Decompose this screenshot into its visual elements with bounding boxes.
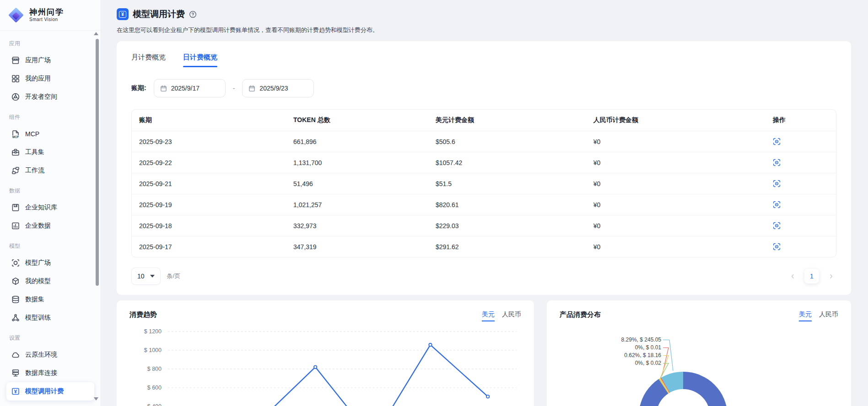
billing-icon bbox=[11, 387, 20, 396]
page-description: 在这里您可以看到企业租户下的模型调用计费账单情况，查看不同账期的计费趋势和模型计… bbox=[117, 26, 851, 34]
period-filter-label: 账期: bbox=[131, 84, 146, 92]
end-date-input[interactable]: 2025/9/23 bbox=[242, 79, 314, 97]
charts-row: 消费趋势 美元人民币 $ 1200$ 1000$ 800$ 600$ 400$ … bbox=[117, 300, 851, 406]
cell-tokens: 51,496 bbox=[286, 180, 428, 187]
knowledge-book-icon bbox=[11, 203, 20, 212]
billing-period-filter: 账期: 2025/9/17 - 2025/9/23 bbox=[131, 79, 836, 97]
chevron-down-icon bbox=[150, 275, 155, 278]
column-header: 账期 bbox=[132, 116, 286, 124]
sidebar-section-label: 数据 bbox=[9, 187, 92, 195]
cell-usd: $51.5 bbox=[428, 180, 586, 187]
distribution-donut-chart[interactable]: 8.29%, $ 245.050%, $ 0.010.62%, $ 18.160… bbox=[560, 322, 838, 406]
compass-wheel-icon bbox=[11, 92, 20, 102]
cell-tokens: 347,319 bbox=[286, 243, 428, 251]
svg-text:$ 1200: $ 1200 bbox=[144, 328, 162, 335]
trend-chart-title: 消费趋势 bbox=[129, 310, 157, 319]
view-detail-icon bbox=[773, 243, 781, 251]
currency-option-cny[interactable]: 人民币 bbox=[819, 310, 838, 321]
sidebar-item-knowledge-base[interactable]: 企业知识库 bbox=[6, 198, 94, 217]
cube-icon bbox=[11, 277, 20, 286]
sidebar-item-my-apps[interactable]: 我的应用 bbox=[6, 69, 94, 88]
tab-monthly-overview[interactable]: 月计费概览 bbox=[131, 53, 166, 67]
current-page-button[interactable]: 1 bbox=[804, 269, 819, 283]
cell-usd: $291.62 bbox=[428, 243, 586, 251]
donut-ring[interactable] bbox=[639, 372, 728, 406]
currency-option-usd[interactable]: 美元 bbox=[799, 310, 812, 321]
sidebar-item-my-models[interactable]: 我的模型 bbox=[6, 272, 94, 290]
sidebar-item-toolset[interactable]: 工具集 bbox=[6, 143, 94, 161]
database-icon bbox=[11, 295, 20, 304]
cell-cny: ¥0 bbox=[586, 159, 766, 166]
sidebar-scroll-down-arrow-icon[interactable] bbox=[94, 397, 98, 401]
calendar-icon bbox=[248, 85, 255, 92]
start-date-input[interactable]: 2025/9/17 bbox=[154, 79, 226, 97]
view-detail-button[interactable] bbox=[773, 222, 781, 230]
sidebar-scrollbar-thumb[interactable] bbox=[96, 39, 99, 286]
toolbox-icon bbox=[11, 148, 20, 157]
sidebar-item-cloud-native-env[interactable]: 云原生环境 bbox=[6, 346, 94, 364]
tab-daily-overview[interactable]: 日计费概览 bbox=[183, 53, 217, 67]
date-range-separator: - bbox=[233, 85, 235, 92]
cell-usd: $820.61 bbox=[428, 201, 586, 208]
sidebar-item-label: 我的模型 bbox=[25, 277, 51, 285]
page-size-unit: 条/页 bbox=[167, 272, 181, 280]
view-detail-icon bbox=[773, 222, 781, 230]
trend-line-chart[interactable]: $ 1200$ 1000$ 800$ 600$ 400$ 200 bbox=[129, 323, 521, 406]
help-icon[interactable] bbox=[189, 11, 197, 18]
sidebar-item-enterprise-data[interactable]: 企业数据 bbox=[6, 217, 94, 235]
pagination: 10 条/页 1 bbox=[131, 267, 836, 285]
billing-page-icon: ¥ bbox=[117, 8, 129, 20]
sidebar-item-mcp[interactable]: MCPMCP bbox=[6, 125, 94, 143]
view-detail-button[interactable] bbox=[773, 201, 781, 208]
sidebar-item-model-market[interactable]: 模型广场 bbox=[6, 254, 94, 272]
currency-option-usd[interactable]: 美元 bbox=[482, 310, 495, 321]
workflow-icon bbox=[11, 166, 20, 175]
sidebar-item-model-training[interactable]: 模型训练 bbox=[6, 309, 94, 327]
sidebar-nav: 应用应用广场我的应用开发者空间组件MCPMCP工具集工作流数据企业知识库企业数据… bbox=[0, 31, 101, 401]
next-page-button[interactable] bbox=[825, 271, 836, 282]
cell-date: 2025-09-21 bbox=[132, 180, 286, 187]
view-detail-button[interactable] bbox=[773, 138, 781, 145]
pie-callout-label: 0%, $ 0.01 bbox=[564, 344, 661, 352]
prev-page-button[interactable] bbox=[787, 271, 798, 282]
main-content: ¥ 模型调用计费 在这里您可以看到企业租户下的模型调用计费账单情况，查看不同账期… bbox=[101, 0, 868, 406]
view-detail-button[interactable] bbox=[773, 243, 781, 251]
sidebar-item-database-connection[interactable]: 数据库连接 bbox=[6, 364, 94, 382]
column-header: 人民币计费金额 bbox=[586, 116, 766, 124]
chevron-left-icon bbox=[789, 273, 796, 280]
sidebar-item-label: 我的应用 bbox=[25, 75, 51, 83]
view-detail-button[interactable] bbox=[773, 180, 781, 187]
cell-date: 2025-09-23 bbox=[132, 138, 286, 145]
sidebar-item-workflow[interactable]: 工作流 bbox=[6, 161, 94, 180]
sidebar-item-model-billing[interactable]: 模型调用计费 bbox=[6, 382, 94, 401]
sidebar-item-dataset[interactable]: 数据集 bbox=[6, 290, 94, 309]
sidebar-scroll-up-arrow-icon[interactable] bbox=[94, 32, 98, 35]
svg-text:MCP: MCP bbox=[12, 135, 19, 139]
distribution-chart-title: 产品消费分布 bbox=[560, 310, 601, 319]
sidebar-section-label: 应用 bbox=[9, 40, 92, 48]
sidebar-item-label: 模型训练 bbox=[25, 314, 51, 322]
chevron-right-icon bbox=[828, 273, 835, 280]
cell-cny: ¥0 bbox=[586, 243, 766, 251]
table-header-row: 账期TOKEN 总数美元计费金额人民币计费金额操作 bbox=[132, 110, 836, 131]
table-row: 2025-09-23661,896$505.6¥0 bbox=[132, 131, 836, 152]
trend-chart-canvas: $ 1200$ 1000$ 800$ 600$ 400$ 200 bbox=[129, 323, 521, 406]
view-detail-button[interactable] bbox=[773, 159, 781, 166]
view-detail-icon bbox=[773, 138, 781, 145]
table-row: 2025-09-221,131,700$1057.42¥0 bbox=[132, 152, 836, 173]
table-row: 2025-09-191,021,257$820.61¥0 bbox=[132, 194, 836, 215]
grid-icon bbox=[11, 74, 20, 83]
app-root: 神州问学 Smart Vision 应用应用广场我的应用开发者空间组件MCPMC… bbox=[0, 0, 868, 406]
table-row: 2025-09-18332,973$229.03¥0 bbox=[132, 215, 836, 236]
billing-tabs: 月计费概览日计费概览 bbox=[131, 53, 836, 67]
sidebar-item-app-market[interactable]: 应用广场 bbox=[6, 51, 94, 69]
sidebar-item-developer-space[interactable]: 开发者空间 bbox=[6, 88, 94, 106]
page-size-select[interactable]: 10 bbox=[131, 267, 161, 285]
end-date-value: 2025/9/23 bbox=[259, 85, 288, 92]
sidebar-item-label: 数据库连接 bbox=[25, 369, 57, 377]
cell-cny: ¥0 bbox=[586, 222, 766, 230]
currency-option-cny[interactable]: 人民币 bbox=[502, 310, 521, 321]
cell-actions bbox=[766, 243, 836, 251]
consumption-trend-card: 消费趋势 美元人民币 $ 1200$ 1000$ 800$ 600$ 400$ … bbox=[117, 300, 534, 406]
sidebar-item-label: 模型调用计费 bbox=[25, 387, 64, 395]
